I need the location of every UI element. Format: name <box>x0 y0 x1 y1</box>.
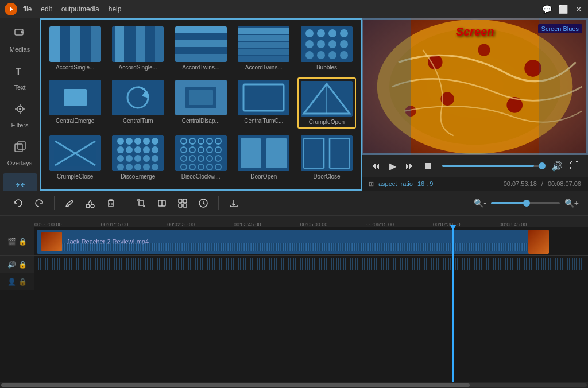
menu-outputmedia[interactable]: outputmedia <box>61 5 99 13</box>
transition-thumb-crumple-close <box>49 135 101 171</box>
toolbar-sep-1 <box>54 196 55 210</box>
menu-help[interactable]: help <box>109 5 122 13</box>
transition-central-turnc[interactable]: CentralTurnC... <box>235 77 293 129</box>
zoom-slider[interactable] <box>491 202 560 204</box>
video-clip[interactable]: Jack Reacher 2 Review!.mp4 <box>37 230 544 254</box>
svg-text:T: T <box>16 67 21 76</box>
time-separator: / <box>541 180 543 187</box>
transition-central-emerge[interactable]: CentralEmerge <box>46 77 105 129</box>
svg-point-46 <box>328 40 336 48</box>
svg-point-45 <box>317 40 325 48</box>
transition-disco-clockwi[interactable]: DiscoClockwi... <box>172 133 230 182</box>
crop-button[interactable] <box>132 194 150 212</box>
sidebar-item-text[interactable]: T Text <box>3 60 37 95</box>
transition-accord-twins-1[interactable]: AccordTwins... <box>172 24 230 73</box>
menu-edit[interactable]: edit <box>41 5 52 13</box>
person-icon: 👤 <box>7 278 16 286</box>
scrollbar-thumb[interactable] <box>1 383 470 387</box>
skip-back-button[interactable]: ⏮ <box>369 158 382 173</box>
person-lock-icon[interactable]: 🔒 <box>18 278 27 286</box>
transition-label-disco-clockwi: DiscoClockwi... <box>181 173 220 180</box>
svg-point-40 <box>305 29 314 37</box>
export-button[interactable] <box>225 194 243 212</box>
sidebar-item-transitions[interactable]: Transitions <box>3 173 37 191</box>
redo-button[interactable] <box>30 194 48 212</box>
fullscreen-button[interactable]: ⛶ <box>567 158 581 173</box>
sidebar-item-overlays[interactable]: Overlays <box>3 135 37 171</box>
svg-marker-3 <box>21 30 24 34</box>
transition-label-accord-single-2: AccordSingle... <box>119 64 157 71</box>
text-icon: T <box>13 64 27 82</box>
transition-thumb-accord-twins-1 <box>175 26 227 62</box>
comment-icon[interactable]: 💬 <box>542 5 551 14</box>
svg-point-43 <box>340 29 348 37</box>
transition-label-central-disap: CentralDisap... <box>182 118 220 124</box>
stop-button[interactable]: ⏹ <box>421 158 435 173</box>
draw-button[interactable] <box>60 194 79 212</box>
timeline: 00:00:00.00 00:01:15.00 00:02:30.00 00:0… <box>0 216 588 388</box>
transition-central-disap[interactable]: CentralDisap... <box>172 77 230 129</box>
delete-button[interactable] <box>102 194 120 212</box>
transition-flip-page-right[interactable]: FlipPageRight <box>46 187 105 191</box>
menu-file[interactable]: file <box>23 5 32 13</box>
zoom-out-icon[interactable]: 🔍- <box>474 199 486 208</box>
close-icon[interactable]: ✕ <box>574 5 583 14</box>
play-button[interactable]: ▶ <box>387 158 399 174</box>
audio-lock-icon[interactable]: 🔒 <box>18 261 27 269</box>
transition-thumb-disco-emerge <box>112 135 164 171</box>
svg-rect-25 <box>146 26 155 62</box>
ruler-time-5: 00:06:15.00 <box>366 222 394 227</box>
zoom-in-icon[interactable]: 🔍+ <box>564 199 579 208</box>
audio-track-controls: 🔊 🔒 <box>0 256 34 273</box>
playhead[interactable] <box>452 227 454 382</box>
transition-crumple-open[interactable]: CrumpleOpen <box>297 77 356 129</box>
transition-crumple-close[interactable]: CrumpleClose <box>46 133 105 182</box>
cut-button[interactable] <box>81 194 99 212</box>
transition-disco-emerge[interactable]: DiscoEmerge <box>109 133 168 182</box>
undo-button[interactable] <box>9 194 28 212</box>
filters-label: Filters <box>11 122 29 129</box>
transition-funnel-right[interactable]: FunnelRight <box>297 187 356 191</box>
toolbar-right: 🔍- 🔍+ <box>474 199 579 208</box>
video-lock-icon[interactable]: 🔒 <box>18 238 27 246</box>
sidebar-item-medias[interactable]: Medias <box>3 22 37 57</box>
transition-thumb-central-disap <box>175 80 227 115</box>
svg-rect-35 <box>238 35 289 41</box>
transition-accord-single-2[interactable]: AccordSingle... <box>109 24 168 73</box>
transitions-panel[interactable]: AccordSingle... AccordSingle... AccordTw… <box>40 18 362 191</box>
timeline-ruler: 00:00:00.00 00:01:15.00 00:02:30.00 00:0… <box>0 216 588 227</box>
preview-video: Screen Screen Blues <box>362 18 588 155</box>
svg-point-77 <box>152 146 158 153</box>
volume-control: 🔊 ⛶ <box>549 158 581 174</box>
timeline-scrollbar[interactable] <box>0 382 588 388</box>
transition-door-open[interactable]: DoorOpen <box>235 133 293 182</box>
sidebar: Medias T Text Filters Overlays Transitio… <box>0 18 40 191</box>
clock-button[interactable] <box>194 194 212 212</box>
volume-icon[interactable]: 🔊 <box>549 158 565 174</box>
aspect-ratio-label: aspect_ratio <box>378 180 413 187</box>
transition-door-close[interactable]: DoorClose <box>297 133 356 182</box>
transition-thumb-door-close <box>301 135 353 171</box>
transition-accord-single-1[interactable]: AccordSingle... <box>46 24 105 73</box>
aspect-ratio-icon: ⊞ <box>369 180 374 188</box>
svg-point-44 <box>305 40 314 48</box>
skip-forward-button[interactable]: ⏭ <box>403 158 417 173</box>
svg-point-48 <box>305 51 314 59</box>
sidebar-item-filters[interactable]: Filters <box>3 98 37 133</box>
preview-meta: ⊞ aspect_ratio 16 : 9 00:07:53.18 / 00:0… <box>362 177 588 191</box>
transition-bubbles[interactable]: Bubbles <box>297 24 356 73</box>
multitrack-button[interactable] <box>173 194 192 212</box>
svg-point-49 <box>317 51 325 59</box>
transition-flip-page-down[interactable]: FlipPageDown <box>109 187 168 191</box>
svg-point-68 <box>117 138 124 145</box>
restore-icon[interactable]: ⬜ <box>558 5 567 14</box>
split-button[interactable] <box>153 194 171 212</box>
svg-line-161 <box>203 203 205 204</box>
transition-hflip-no-turn[interactable]: HFlipNoTurn <box>235 187 293 191</box>
transition-accord-twins-2[interactable]: AccordTwins... <box>235 24 293 73</box>
empty-track-controls: 👤 🔒 <box>0 273 34 290</box>
preview-progress-bar[interactable] <box>442 165 542 167</box>
transition-vflip-no-turn[interactable]: VFlipNoTurn <box>172 187 230 191</box>
ruler-time-6: 00:07:30.00 <box>433 222 461 227</box>
transition-central-turn[interactable]: CentralTurn <box>109 77 168 129</box>
